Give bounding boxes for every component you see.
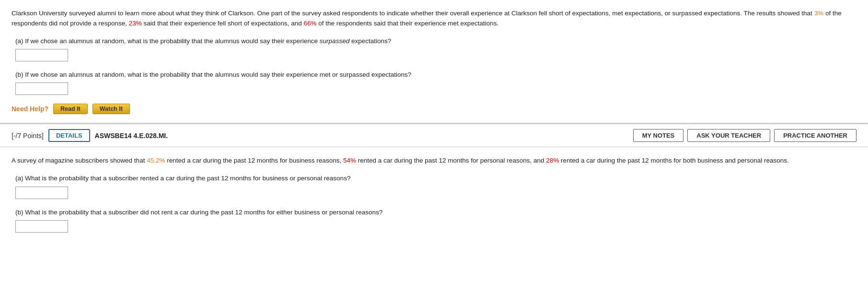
qa-text2: expectations? (349, 37, 391, 45)
qa-label: (a) (15, 37, 23, 45)
question-b: (b) If we chose an alumnus at random, wh… (15, 70, 856, 95)
s2-question-b-label: (b) What is the probability that a subsc… (15, 208, 856, 217)
s2-qa-text: What is the probability that a subscribe… (25, 175, 350, 182)
problem-text-1: Clarkson University surveyed alumni to l… (12, 9, 856, 29)
pct-no-response: 3% (814, 10, 824, 17)
s2-answer-input-a[interactable] (15, 187, 68, 199)
pct-met: 66% (303, 20, 316, 27)
answer-input-b[interactable] (15, 82, 68, 95)
s2-text-intro: A survey of magazine subscribers showed … (12, 157, 147, 164)
qa-text: If we chose an alumnus at random, what i… (25, 37, 320, 45)
qb-label: (b) (15, 71, 23, 78)
question-a-label: (a) If we chose an alumnus at random, wh… (15, 36, 856, 46)
section-2: A survey of magazine subscribers showed … (0, 147, 868, 249)
my-notes-button[interactable]: MY NOTES (633, 129, 684, 142)
s2-qb-text: What is the probability that a subscribe… (25, 209, 382, 216)
practice-another-button[interactable]: PRACTICE ANOTHER (774, 129, 856, 142)
pct-short: 23% (129, 20, 142, 27)
text-4: of the respondents said that their exper… (316, 20, 498, 27)
qa-italic: surpassed (320, 37, 349, 45)
header-left: [-/7 Points] DETAILS ASWSBE14 4.E.028.MI… (12, 129, 168, 142)
text-3: said that their experience fell short of… (142, 20, 304, 27)
section-2-header: [-/7 Points] DETAILS ASWSBE14 4.E.028.MI… (0, 123, 868, 147)
question-a: (a) If we chose an alumnus at random, wh… (15, 36, 856, 61)
header-right-buttons: MY NOTES ASK YOUR TEACHER PRACTICE ANOTH… (633, 129, 856, 142)
points-label: [-/7 Points] (12, 132, 44, 140)
s2-pct1: 45.2% (147, 157, 165, 164)
s2-text3: rented a car during the past 12 months f… (356, 157, 546, 164)
watch-it-button[interactable]: Watch It (93, 104, 130, 114)
section-code: ASWSBE14 4.E.028.MI. (95, 132, 168, 140)
answer-input-a[interactable] (15, 49, 68, 61)
problem-text-2: A survey of magazine subscribers showed … (12, 156, 856, 166)
s2-text2: rented a car during the past 12 months f… (165, 157, 343, 164)
details-button[interactable]: DETAILS (48, 129, 90, 142)
read-it-button[interactable]: Read It (53, 104, 88, 114)
s2-question-b: (b) What is the probability that a subsc… (15, 208, 856, 233)
section-1: Clarkson University surveyed alumni to l… (0, 0, 868, 123)
s2-answer-input-b[interactable] (15, 220, 68, 233)
s2-qb-label: (b) (15, 209, 23, 216)
s2-text4: rented a car during the past 12 months f… (559, 157, 789, 164)
need-help-row: Need Help? Read It Watch It (12, 104, 856, 114)
qb-text: If we chose an alumnus at random, what i… (25, 71, 411, 78)
need-help-label: Need Help? (12, 105, 48, 113)
s2-pct3: 28% (546, 157, 559, 164)
s2-pct2: 54% (343, 157, 356, 164)
s2-question-a: (a) What is the probability that a subsc… (15, 174, 856, 199)
ask-teacher-button[interactable]: ASK YOUR TEACHER (687, 129, 770, 142)
s2-question-a-label: (a) What is the probability that a subsc… (15, 174, 856, 183)
text-intro: Clarkson University surveyed alumni to l… (12, 10, 814, 17)
s2-qa-label: (a) (15, 175, 23, 182)
question-b-label: (b) If we chose an alumnus at random, wh… (15, 70, 856, 80)
